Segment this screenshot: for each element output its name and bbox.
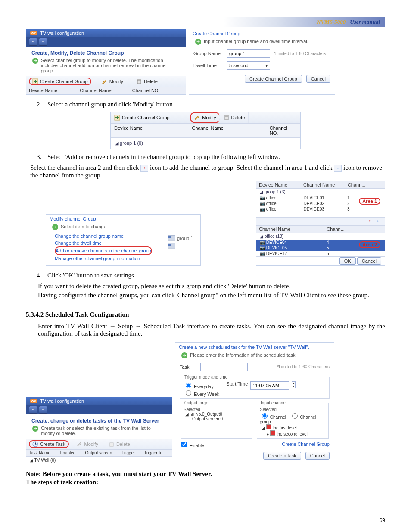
- subsec-para: Enter into TV Wall Client → Setup → Sche…: [38, 323, 385, 337]
- modify-label: Modify: [202, 115, 216, 120]
- cell: 6: [327, 251, 329, 256]
- back-icon[interactable]: ←: [29, 38, 37, 46]
- col-device: Device Name: [259, 182, 303, 187]
- cell: DEVICE03: [304, 207, 348, 212]
- create-group-button[interactable]: Create Channel Group: [111, 112, 190, 123]
- cell: office: [266, 196, 277, 200]
- ok-button[interactable]: OK: [339, 257, 356, 265]
- create-group-submit[interactable]: Create Channel Group: [245, 75, 302, 83]
- everyday-radio[interactable]: Everyday: [184, 381, 219, 389]
- everyday-label: Everyday: [194, 384, 214, 389]
- subsec-title: Scheduled Task Configuration: [45, 311, 129, 318]
- opt-add-remove[interactable]: Add or remove channels in the channel gr…: [55, 246, 152, 255]
- arrow-up-icon[interactable]: ↑: [366, 218, 373, 224]
- modify-button[interactable]: Modify: [99, 78, 126, 85]
- create-task-submit[interactable]: Create a task: [263, 452, 301, 460]
- step4-text: Click 'OK' button to save settings.: [43, 272, 136, 279]
- opt-manage[interactable]: Manage other channel group information: [55, 255, 163, 262]
- task-name-input[interactable]: [200, 363, 248, 371]
- col-channel: Channel Name: [188, 124, 266, 137]
- dialog-hint: Please enter the information of the sche…: [190, 352, 297, 358]
- svg-rect-11: [110, 443, 113, 446]
- section-heading: Create, change or delete tasks of the TV…: [26, 414, 172, 425]
- group-tag-label: group 1: [177, 236, 193, 241]
- time-spinner[interactable]: ▲▼: [292, 381, 296, 388]
- subsection-heading: 5.3.4.2 Scheduled Task Configuration: [26, 311, 385, 318]
- info-icon: ➜: [52, 224, 58, 230]
- cell: DEVICE12: [266, 251, 287, 256]
- col-channel: Channel Name: [80, 88, 132, 93]
- section-hint: Select channel group to modify or delete…: [41, 58, 180, 73]
- arrow-down-icon[interactable]: ↓: [374, 218, 381, 224]
- panel-title-bar: wc TV wall configuration: [26, 29, 186, 37]
- create-icon: [32, 78, 38, 84]
- create-group-button[interactable]: Create Channel Group: [29, 78, 91, 85]
- step-list: Click 'OK' button to save settings.: [26, 272, 385, 279]
- back-icon[interactable]: ←: [29, 406, 37, 414]
- cancel-button[interactable]: Cancel: [305, 452, 330, 460]
- delete-label: Delete: [231, 115, 245, 120]
- col-channel: Channel Name: [303, 182, 348, 187]
- tree-item[interactable]: ▸ the second level: [260, 430, 326, 436]
- opt-rename[interactable]: Change the channel group name: [55, 233, 163, 240]
- start-time-label: Start Time: [226, 381, 248, 386]
- table-row[interactable]: ◢ TV Wall (0): [26, 457, 172, 464]
- header-bar: NVMS-5000 User manual: [26, 17, 385, 27]
- table-row[interactable]: ◢ group 1 (0): [111, 138, 300, 149]
- col-triggert: Trigger ti...: [144, 451, 164, 455]
- enable-checkbox[interactable]: Enable: [180, 440, 204, 448]
- opt-dwell[interactable]: Change the dwell time: [55, 240, 163, 246]
- info-icon: ➜: [181, 352, 187, 358]
- nav-strip: ← →: [26, 405, 172, 414]
- row-label: TV Wall (0): [34, 458, 56, 463]
- dwell-time-select[interactable]: 5 second▾: [227, 61, 270, 70]
- channel-radio[interactable]: Channel: [260, 415, 286, 420]
- selected-label: Selected: [260, 407, 326, 412]
- svg-rect-5: [224, 115, 229, 116]
- cancel-button[interactable]: Cancel: [306, 75, 330, 83]
- cell: office: [266, 207, 277, 212]
- section-hint: Create task or select the existing task …: [41, 426, 166, 436]
- out-item1: No.0_Output0: [196, 412, 222, 417]
- start-time-input[interactable]: [250, 381, 289, 390]
- tree-item[interactable]: ◢ the first level: [260, 424, 326, 430]
- tree-item[interactable]: ◢ 🖥 No.0_Output0: [184, 412, 249, 417]
- delete-button[interactable]: Delete: [220, 112, 249, 123]
- step3b-pre: Select the channel in area 2 and then cl…: [30, 164, 140, 171]
- modify-button[interactable]: Modify: [190, 112, 220, 123]
- input-legend: Input channel: [260, 401, 287, 405]
- dialog-title: Create a new scheduled task for the TV W…: [175, 343, 334, 352]
- col-no: Chann...: [327, 227, 345, 232]
- forward-icon[interactable]: →: [39, 38, 47, 46]
- group-name-input[interactable]: [227, 49, 270, 58]
- forward-icon[interactable]: →: [39, 406, 47, 414]
- group-row-label: group 1 (3): [265, 190, 286, 194]
- info-icon: ➜: [195, 39, 201, 45]
- everyweek-radio[interactable]: Every Week: [184, 389, 219, 397]
- col-taskname: Task Name: [29, 451, 60, 455]
- enable-label: Enable: [190, 443, 204, 448]
- svg-rect-4: [225, 116, 228, 120]
- delete-button[interactable]: Delete: [134, 78, 160, 85]
- table-row[interactable]: ◢ office (13): [256, 233, 385, 240]
- col-enabled: Enabled: [60, 451, 85, 455]
- char-limit: *Limited to 1-60 Characters: [274, 51, 326, 56]
- create-task-dialog: Create a new scheduled task for the TV W…: [175, 342, 334, 464]
- step2-text: Select a channel group and click 'Modify…: [43, 101, 174, 108]
- svg-rect-2: [137, 79, 141, 80]
- area2-label: Area 2: [359, 241, 380, 248]
- create-task-button[interactable]: Create Task: [29, 440, 69, 448]
- col-device: Device Name: [111, 124, 188, 137]
- tree-item[interactable]: Output screen 0: [184, 417, 249, 421]
- group-tag: group 1: [168, 235, 198, 241]
- modify-group-panel: Modify channel Group ➜ Select item to ch…: [46, 214, 201, 266]
- create-channel-group-link[interactable]: Create Channel Group: [282, 442, 330, 447]
- column-header: Device Name Channel Name Channel NO.: [26, 87, 186, 94]
- arrow-up-icon: ↑: [140, 165, 148, 172]
- pencil-icon: [102, 78, 108, 84]
- table-row[interactable]: ◢ group 1 (3): [256, 189, 385, 195]
- cancel-button[interactable]: Cancel: [357, 257, 381, 265]
- modify-label: Modify: [109, 79, 123, 84]
- arrow-down-icon: ↓: [334, 165, 342, 172]
- panel-title: TV wall configuration: [40, 31, 84, 36]
